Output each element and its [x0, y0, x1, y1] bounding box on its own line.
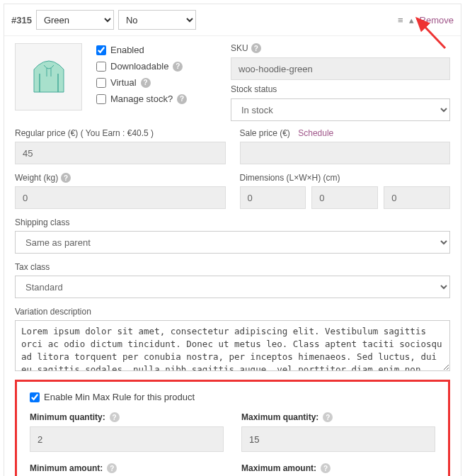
stock-status-select[interactable]: In stock — [231, 98, 450, 121]
help-icon[interactable]: ? — [323, 412, 333, 422]
attribute-select-2[interactable]: No — [118, 10, 196, 30]
help-icon[interactable]: ? — [110, 412, 120, 422]
sale-price-label: Sale price (€) Schedule — [240, 128, 451, 138]
collapse-icon[interactable]: ▴ — [409, 15, 414, 26]
variation-description-label: Variation description — [15, 307, 450, 317]
virtual-checkbox[interactable] — [96, 78, 106, 88]
weight-input[interactable] — [15, 186, 226, 209]
max-amt-label: Maximum amount: ? — [241, 463, 435, 473]
help-icon[interactable]: ? — [141, 78, 151, 88]
shipping-class-label: Shipping class — [15, 217, 450, 227]
virtual-checkbox-row[interactable]: Virtual ? — [96, 77, 217, 88]
enable-minmax-label: Enable Min Max Rule for this product — [44, 392, 195, 402]
shipping-class-select[interactable]: Same as parent — [15, 231, 450, 254]
variation-image[interactable] — [15, 43, 82, 110]
variation-panel: #315 Green No ≡ ▴ Remove — [4, 4, 461, 476]
enable-minmax-checkbox[interactable] — [30, 392, 40, 402]
sale-price-input[interactable] — [240, 142, 451, 164]
max-qty-input[interactable] — [241, 426, 435, 452]
enabled-label: Enabled — [110, 45, 144, 55]
hoodie-icon — [24, 52, 74, 102]
stock-status-label: Stock status — [231, 84, 450, 94]
sku-input[interactable] — [231, 57, 450, 80]
regular-price-label: Regular price (€) ( You Earn : €40.5 ) — [15, 128, 226, 138]
regular-price-input[interactable] — [15, 142, 226, 164]
variation-body: Enabled Downloadable ? Virtual ? Manage … — [4, 36, 461, 476]
help-icon[interactable]: ? — [173, 62, 183, 72]
help-icon[interactable]: ? — [177, 94, 187, 104]
min-max-box: Enable Min Max Rule for this product Min… — [15, 380, 450, 476]
min-qty-label: Minimum quantity: ? — [30, 412, 224, 422]
remove-link[interactable]: Remove — [420, 15, 454, 26]
dimensions-label: Dimensions (L×W×H) (cm) — [240, 173, 451, 183]
variation-description-textarea[interactable] — [15, 320, 450, 371]
enabled-checkbox[interactable] — [96, 45, 106, 55]
manage-stock-checkbox[interactable] — [96, 94, 106, 104]
width-input[interactable] — [311, 186, 378, 209]
weight-label: Weight (kg) ? — [15, 173, 226, 183]
attribute-select-1[interactable]: Green — [36, 10, 114, 30]
min-amt-label: Minimum amount: ? — [30, 463, 224, 473]
tax-class-select[interactable]: Standard — [15, 276, 450, 298]
help-icon[interactable]: ? — [251, 43, 261, 53]
max-qty-label: Maximum quantity: ? — [241, 412, 435, 422]
help-icon[interactable]: ? — [61, 173, 71, 183]
min-qty-input[interactable] — [30, 426, 224, 452]
variation-id: #315 — [11, 15, 32, 26]
manage-stock-label: Manage stock? — [110, 94, 173, 104]
manage-stock-checkbox-row[interactable]: Manage stock? ? — [96, 94, 217, 104]
downloadable-checkbox[interactable] — [96, 62, 106, 72]
virtual-label: Virtual — [110, 77, 137, 88]
downloadable-label: Downloadable — [110, 61, 168, 72]
reorder-icon[interactable]: ≡ — [398, 15, 403, 26]
enabled-checkbox-row[interactable]: Enabled — [96, 45, 217, 55]
enable-minmax-row[interactable]: Enable Min Max Rule for this product — [30, 392, 435, 402]
height-input[interactable] — [384, 186, 450, 209]
length-input[interactable] — [240, 186, 306, 209]
help-icon[interactable]: ? — [321, 463, 331, 473]
sku-label: SKU ? — [231, 43, 450, 53]
schedule-link[interactable]: Schedule — [298, 128, 333, 138]
tax-class-label: Tax class — [15, 262, 450, 272]
help-icon[interactable]: ? — [107, 463, 117, 473]
variation-header: #315 Green No ≡ ▴ Remove — [4, 4, 461, 36]
downloadable-checkbox-row[interactable]: Downloadable ? — [96, 61, 217, 72]
